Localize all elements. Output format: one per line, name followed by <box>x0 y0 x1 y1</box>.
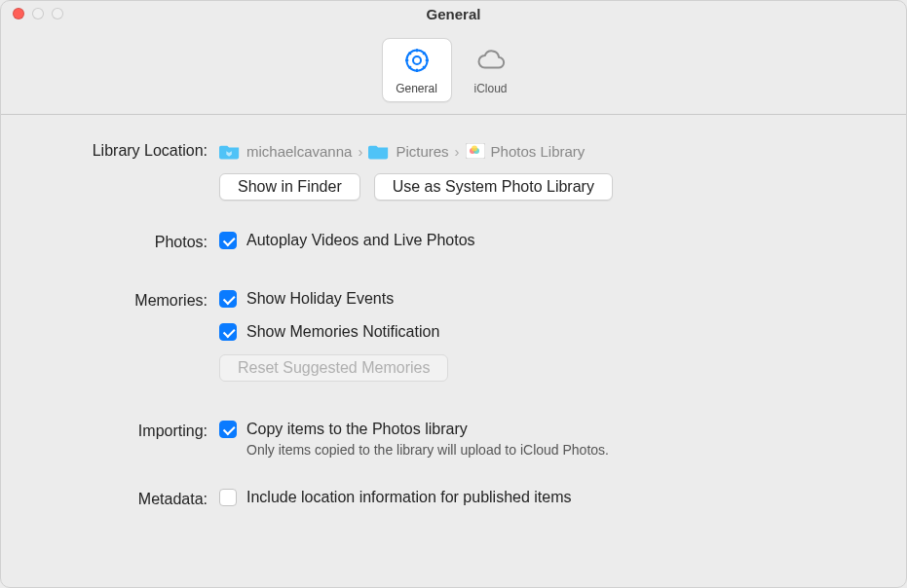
tab-general-label: General <box>396 82 437 95</box>
svg-point-0 <box>413 56 421 64</box>
chevron-right-icon: › <box>358 143 362 160</box>
path-user: michaelcavanna <box>246 143 352 160</box>
tab-icloud-label: iCloud <box>473 82 507 95</box>
checkbox-include-location-label: Include location information for publish… <box>246 489 572 506</box>
photos-library-icon <box>466 143 485 159</box>
home-folder-icon <box>219 142 241 160</box>
content: Library Location: michaelcavanna › Pictu… <box>1 115 906 535</box>
library-path: michaelcavanna › Pictures › Photos Libra… <box>219 140 585 160</box>
path-library: Photos Library <box>491 143 586 160</box>
checkbox-memories-notification[interactable] <box>219 323 237 341</box>
label-library-location: Library Location: <box>28 140 208 160</box>
checkbox-copy-items[interactable] <box>219 421 237 438</box>
gear-icon <box>402 46 432 79</box>
checkbox-holiday-events-label: Show Holiday Events <box>246 290 394 308</box>
checkbox-include-location[interactable] <box>219 489 237 506</box>
window-title: General <box>1 6 906 22</box>
path-pictures: Pictures <box>396 143 448 160</box>
label-metadata: Metadata: <box>28 489 208 508</box>
titlebar: General <box>1 1 906 26</box>
checkbox-autoplay-label: Autoplay Videos and Live Photos <box>246 232 475 249</box>
label-photos: Photos: <box>28 232 208 251</box>
checkbox-copy-items-label: Copy items to the Photos library <box>246 421 468 438</box>
svg-point-1 <box>406 50 427 70</box>
tab-general[interactable]: General <box>382 38 452 102</box>
chevron-right-icon: › <box>455 143 460 160</box>
preferences-window: General General iCloud Librar <box>0 0 907 588</box>
tab-icloud[interactable]: iCloud <box>456 38 526 102</box>
folder-icon <box>368 142 390 160</box>
use-as-system-button[interactable]: Use as System Photo Library <box>374 173 613 201</box>
checkbox-holiday-events[interactable] <box>219 290 237 308</box>
copy-items-hint: Only items copied to the library will up… <box>246 442 609 458</box>
svg-point-5 <box>472 146 477 152</box>
cloud-icon <box>476 46 506 79</box>
toolbar: General iCloud <box>1 26 906 115</box>
checkbox-memories-notification-label: Show Memories Notification <box>246 323 439 341</box>
label-importing: Importing: <box>28 421 208 440</box>
reset-suggested-memories-button: Reset Suggested Memories <box>219 354 448 382</box>
show-in-finder-button[interactable]: Show in Finder <box>219 173 360 201</box>
checkbox-autoplay[interactable] <box>219 232 237 249</box>
label-memories: Memories: <box>28 290 208 310</box>
